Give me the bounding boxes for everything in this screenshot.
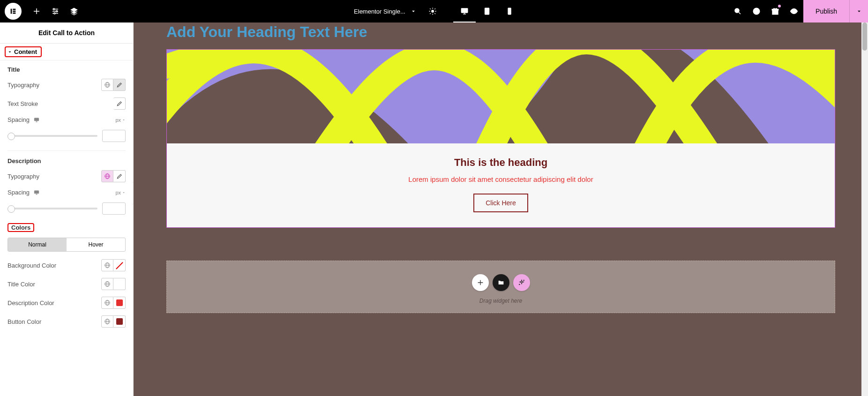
help-icon <box>752 7 761 15</box>
spacing-label: Spacing <box>7 116 30 123</box>
title-spacing-slider[interactable] <box>7 135 97 137</box>
main-layout: Edit Call to Action Content Title Typogr… <box>0 22 868 396</box>
svg-rect-29 <box>34 118 38 120</box>
desktop-icon <box>33 117 40 123</box>
publish-label: Publish <box>816 7 837 15</box>
editor-panel: Edit Call to Action Content Title Typogr… <box>0 22 134 396</box>
globe-icon <box>104 173 111 179</box>
elementor-logo[interactable] <box>5 3 22 20</box>
button-color-global-button[interactable] <box>101 315 113 328</box>
title-spacing-input[interactable] <box>102 130 126 142</box>
document-title-dropdown[interactable]: Elementor Single... <box>347 8 423 15</box>
chevron-down-icon <box>856 8 862 15</box>
chevron-down-icon <box>122 191 126 194</box>
plus-icon <box>477 279 484 286</box>
gift-icon <box>771 7 779 15</box>
text-stroke-label: Text Stroke <box>7 100 38 107</box>
layers-icon <box>70 7 78 15</box>
chevron-down-icon <box>410 8 417 15</box>
cta-widget[interactable]: This is the heading Lorem ipsum dolor si… <box>166 49 835 228</box>
title-color-global-button[interactable] <box>101 278 113 290</box>
scrollbar-thumb[interactable] <box>862 22 867 51</box>
structure-button[interactable] <box>65 0 83 22</box>
add-template-button[interactable] <box>493 274 509 291</box>
document-title: Elementor Single... <box>354 8 405 15</box>
help-button[interactable] <box>747 0 766 22</box>
title-spacing-row: Spacing px <box>7 116 126 123</box>
cta-content-area: This is the heading Lorem ipsum dolor si… <box>167 143 835 227</box>
divider <box>7 150 126 151</box>
bg-color-global-button[interactable] <box>101 259 113 271</box>
globe-icon <box>104 281 111 287</box>
folder-icon <box>497 279 505 286</box>
typography-label: Typography <box>7 82 39 89</box>
svg-rect-1 <box>13 9 15 10</box>
add-element-button[interactable] <box>27 0 46 22</box>
panel-title: Edit Call to Action <box>0 22 133 44</box>
svg-point-21 <box>756 13 757 13</box>
svg-point-51 <box>524 280 524 281</box>
svg-rect-0 <box>11 9 12 14</box>
empty-container-dropzone[interactable]: Drag widget here <box>166 261 835 313</box>
button-color-picker-button[interactable] <box>113 315 126 328</box>
desktop-icon <box>460 7 469 15</box>
desc-spacing-input[interactable] <box>102 202 126 215</box>
cta-button[interactable]: Click Here <box>473 194 528 212</box>
page-settings-button[interactable] <box>423 0 442 22</box>
publish-options-button[interactable] <box>849 0 868 22</box>
svg-point-10 <box>432 10 434 13</box>
add-widget-button[interactable] <box>472 274 489 291</box>
title-color-label: Title Color <box>7 281 35 288</box>
title-color-picker-button[interactable] <box>113 278 126 290</box>
finder-button[interactable] <box>728 0 747 22</box>
title-color-swatch <box>116 281 123 287</box>
ai-generate-button[interactable] <box>513 274 530 291</box>
bg-color-picker-button[interactable] <box>113 259 126 271</box>
responsive-device-tabs <box>453 0 521 22</box>
desc-typography-label: Typography <box>7 173 39 180</box>
svg-rect-11 <box>461 8 468 13</box>
desc-spacing-slider[interactable] <box>7 208 97 209</box>
section-content-header[interactable]: Content <box>0 44 133 60</box>
text-stroke-edit-button[interactable] <box>113 97 126 110</box>
colors-tab-normal[interactable]: Normal <box>8 238 67 251</box>
svg-point-8 <box>56 11 58 12</box>
globe-icon <box>104 299 111 306</box>
spacing-unit-selector[interactable]: px <box>115 117 126 123</box>
button-color-row: Button Color <box>7 315 126 328</box>
editor-canvas[interactable]: Add Your Heading Text Here This is the h… <box>134 22 868 396</box>
section-content-label: Content <box>14 48 37 55</box>
desc-typography-edit-button[interactable] <box>113 170 126 182</box>
cta-abstract-image <box>167 50 835 143</box>
desc-spacing-label: Spacing <box>7 189 30 196</box>
dropzone-hint-text: Drag widget here <box>167 298 835 304</box>
desc-color-global-button[interactable] <box>101 297 113 309</box>
bg-color-label: Background Color <box>7 262 56 269</box>
device-desktop-tab[interactable] <box>453 0 476 22</box>
globe-icon <box>104 82 111 88</box>
typography-edit-button[interactable] <box>113 79 126 91</box>
globe-icon <box>104 262 111 269</box>
desc-spacing-unit-selector[interactable]: px <box>115 190 126 195</box>
cta-title: This is the heading <box>176 157 825 169</box>
preview-button[interactable] <box>785 0 803 22</box>
site-settings-button[interactable] <box>46 0 65 22</box>
cta-image-area <box>167 50 835 143</box>
device-mobile-tab[interactable] <box>498 0 521 22</box>
whats-new-button[interactable] <box>766 0 785 22</box>
svg-rect-3 <box>13 13 15 14</box>
colors-tab-hover[interactable]: Hover <box>67 238 125 251</box>
typography-global-button[interactable] <box>101 79 113 91</box>
description-group-label: Description <box>7 157 126 164</box>
search-icon <box>733 7 742 15</box>
desc-color-picker-button[interactable] <box>113 297 126 309</box>
device-tablet-tab[interactable] <box>476 0 498 22</box>
publish-button[interactable]: Publish <box>803 0 849 22</box>
pencil-icon <box>116 173 123 179</box>
mobile-icon <box>505 7 514 15</box>
topbar-left <box>0 0 83 22</box>
chevron-down-icon <box>122 118 126 122</box>
canvas-scrollbar[interactable] <box>861 22 868 396</box>
desc-typography-global-button[interactable] <box>101 170 113 182</box>
heading-widget[interactable]: Add Your Heading Text Here <box>166 23 835 41</box>
